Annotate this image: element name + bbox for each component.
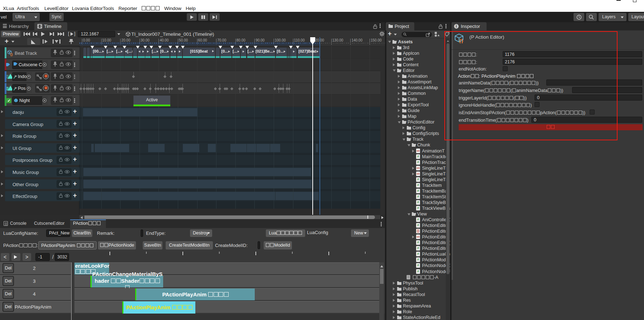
svg-text:{}: {} bbox=[10, 53, 13, 56]
